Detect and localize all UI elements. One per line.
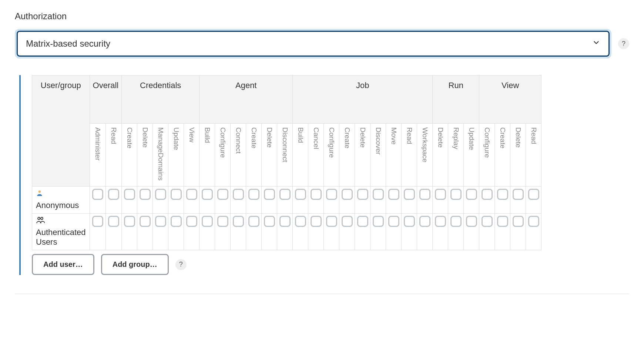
permission-checkbox[interactable] — [92, 189, 103, 200]
permission-checkbox[interactable] — [108, 189, 119, 200]
permission-checkbox[interactable] — [279, 189, 291, 200]
perm-label: Configure — [483, 125, 491, 158]
permission-checkbox[interactable] — [513, 216, 524, 227]
permission-checkbox[interactable] — [466, 189, 477, 200]
permission-checkbox[interactable] — [326, 189, 337, 200]
perm-header-job-build: Build — [293, 124, 308, 187]
perm-label: Read — [530, 125, 538, 144]
permission-checkbox[interactable] — [295, 216, 306, 227]
matrix-actions: Add user… Add group… ? — [32, 254, 629, 275]
permission-checkbox[interactable] — [357, 189, 368, 200]
permission-cell — [402, 214, 417, 250]
permission-checkbox[interactable] — [155, 189, 166, 200]
permission-checkbox[interactable] — [311, 189, 322, 200]
perm-label: Update — [467, 125, 476, 150]
permission-checkbox[interactable] — [108, 216, 119, 227]
permission-checkbox[interactable] — [217, 216, 228, 227]
permission-checkbox[interactable] — [528, 189, 539, 200]
permission-cell — [495, 187, 510, 214]
permission-checkbox[interactable] — [435, 216, 446, 227]
permission-checkbox[interactable] — [342, 216, 353, 227]
permission-cell — [137, 187, 153, 214]
permission-checkbox[interactable] — [419, 189, 430, 200]
row-label-cell: Anonymous — [32, 187, 90, 214]
permission-checkbox[interactable] — [92, 216, 103, 227]
perm-header-overall-read: Read — [105, 124, 121, 187]
permission-checkbox[interactable] — [140, 189, 151, 200]
matrix-row: Anonymous — [32, 187, 541, 214]
perm-header-run-update: Update — [464, 124, 479, 187]
permission-cell — [105, 187, 121, 214]
permission-checkbox[interactable] — [155, 216, 166, 227]
permission-checkbox[interactable] — [124, 189, 135, 200]
add-user-button[interactable]: Add user… — [32, 254, 94, 275]
permission-checkbox[interactable] — [124, 216, 135, 227]
permission-checkbox[interactable] — [202, 189, 213, 200]
permission-checkbox[interactable] — [435, 189, 446, 200]
perm-header-credentials-update: Update — [168, 124, 184, 187]
help-button-matrix[interactable]: ? — [175, 259, 187, 270]
permission-cell — [168, 187, 184, 214]
permission-checkbox[interactable] — [279, 216, 291, 227]
permission-cell — [495, 214, 510, 250]
permission-cell — [448, 187, 464, 214]
permission-checkbox[interactable] — [186, 216, 197, 227]
section-title: Authorization — [15, 11, 629, 21]
separator — [15, 294, 629, 294]
permission-checkbox[interactable] — [140, 216, 151, 227]
permission-cell — [417, 187, 433, 214]
permission-checkbox[interactable] — [404, 216, 415, 227]
authorization-dropdown[interactable]: Matrix-based security — [17, 31, 610, 57]
user-group-header: User/group — [32, 76, 90, 187]
perm-label: Create — [499, 125, 507, 148]
permission-checkbox[interactable] — [482, 216, 493, 227]
perm-label: Replay — [452, 125, 460, 149]
permission-checkbox[interactable] — [373, 189, 384, 200]
perm-header-credentials-delete: Delete — [137, 124, 153, 187]
permission-cell — [402, 187, 417, 214]
permission-checkbox[interactable] — [248, 216, 259, 227]
permission-checkbox[interactable] — [450, 216, 462, 227]
permission-checkbox[interactable] — [264, 216, 275, 227]
permission-checkbox[interactable] — [295, 189, 306, 200]
permission-checkbox[interactable] — [528, 216, 539, 227]
permission-cell — [510, 187, 526, 214]
perm-header-agent-configure: Configure — [215, 124, 231, 187]
permission-checkbox[interactable] — [404, 189, 415, 200]
permission-cell — [246, 214, 262, 250]
permission-cell — [231, 187, 246, 214]
permission-checkbox[interactable] — [248, 189, 259, 200]
permission-checkbox[interactable] — [388, 189, 399, 200]
permission-checkbox[interactable] — [450, 189, 462, 200]
permission-checkbox[interactable] — [388, 216, 399, 227]
permission-checkbox[interactable] — [171, 216, 182, 227]
permission-checkbox[interactable] — [342, 189, 353, 200]
permission-checkbox[interactable] — [233, 216, 244, 227]
add-group-button[interactable]: Add group… — [101, 254, 169, 275]
permission-cell — [370, 214, 386, 250]
perm-header-view-create: Create — [495, 124, 510, 187]
permission-checkbox[interactable] — [326, 216, 337, 227]
permission-checkbox[interactable] — [466, 216, 477, 227]
permission-checkbox[interactable] — [264, 189, 275, 200]
perm-label: Update — [172, 125, 180, 150]
permission-checkbox[interactable] — [171, 189, 182, 200]
svg-point-0 — [38, 191, 41, 193]
permission-checkbox[interactable] — [357, 216, 368, 227]
permission-checkbox[interactable] — [202, 216, 213, 227]
permission-checkbox[interactable] — [217, 189, 228, 200]
help-button-authorization[interactable]: ? — [618, 38, 629, 49]
matrix-body: AnonymousAuthenticated Users — [32, 187, 541, 250]
permission-checkbox[interactable] — [186, 189, 197, 200]
permission-checkbox[interactable] — [419, 216, 430, 227]
permission-checkbox[interactable] — [482, 189, 493, 200]
perm-header-job-discover: Discover — [370, 124, 386, 187]
permission-checkbox[interactable] — [497, 216, 508, 227]
permission-checkbox[interactable] — [311, 216, 322, 227]
permission-checkbox[interactable] — [497, 189, 508, 200]
permission-cell — [370, 187, 386, 214]
permission-checkbox[interactable] — [233, 189, 244, 200]
perm-label: Connect — [234, 125, 242, 154]
permission-checkbox[interactable] — [373, 216, 384, 227]
permission-checkbox[interactable] — [513, 189, 524, 200]
